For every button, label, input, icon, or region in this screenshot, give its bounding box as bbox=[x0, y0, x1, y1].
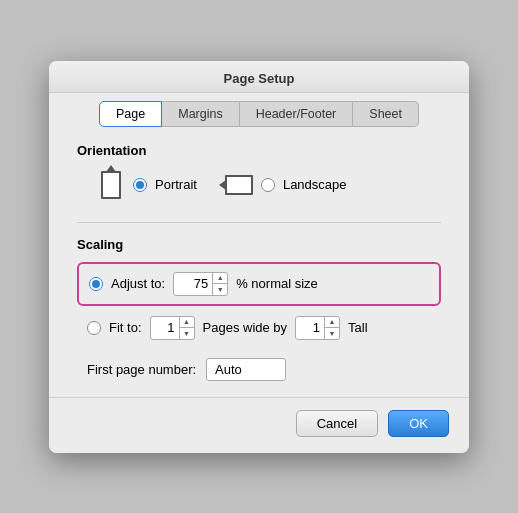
fit-tall-down-arrow[interactable]: ▼ bbox=[325, 328, 339, 339]
adjust-down-arrow[interactable]: ▼ bbox=[213, 284, 227, 295]
tab-sheet[interactable]: Sheet bbox=[353, 101, 419, 127]
first-page-label: First page number: bbox=[87, 362, 196, 377]
adjust-arrows: ▲ ▼ bbox=[212, 273, 227, 295]
scaling-adjust-box: Adjust to: ▲ ▼ % normal size bbox=[77, 262, 441, 306]
orientation-label: Orientation bbox=[77, 143, 441, 158]
adjust-spinner[interactable]: ▲ ▼ bbox=[173, 272, 228, 296]
adjust-radio[interactable] bbox=[89, 277, 103, 291]
cancel-button[interactable]: Cancel bbox=[296, 410, 378, 437]
first-page-row: First page number: bbox=[77, 358, 441, 381]
adjust-up-arrow[interactable]: ▲ bbox=[213, 273, 227, 285]
adjust-input[interactable] bbox=[174, 274, 212, 293]
adjust-radio-dot bbox=[92, 280, 100, 288]
orientation-options: Portrait Landscape bbox=[77, 168, 441, 202]
page-content: Orientation Portrait Landscape S bbox=[49, 127, 469, 397]
landscape-option[interactable]: Landscape bbox=[225, 168, 347, 202]
fit-wide-down-arrow[interactable]: ▼ bbox=[180, 328, 194, 339]
fit-label: Fit to: bbox=[109, 320, 142, 335]
page-setup-dialog: Page Setup Page Margins Header/Footer Sh… bbox=[49, 61, 469, 453]
fit-wide-input[interactable] bbox=[151, 318, 179, 337]
portrait-label: Portrait bbox=[155, 177, 197, 192]
tab-header-footer[interactable]: Header/Footer bbox=[240, 101, 354, 127]
ok-button[interactable]: OK bbox=[388, 410, 449, 437]
pages-wide-label: Pages wide by bbox=[203, 320, 288, 335]
fit-radio[interactable] bbox=[87, 321, 101, 335]
first-page-input[interactable] bbox=[206, 358, 286, 381]
fit-tall-up-arrow[interactable]: ▲ bbox=[325, 317, 339, 329]
tall-label: Tall bbox=[348, 320, 368, 335]
tab-page[interactable]: Page bbox=[99, 101, 162, 127]
landscape-radio[interactable] bbox=[261, 178, 275, 192]
portrait-icon-container bbox=[97, 168, 125, 202]
landscape-label: Landscape bbox=[283, 177, 347, 192]
fit-tall-spinner[interactable]: ▲ ▼ bbox=[295, 316, 340, 340]
portrait-option[interactable]: Portrait bbox=[97, 168, 197, 202]
scaling-label: Scaling bbox=[77, 237, 441, 252]
fit-row: Fit to: ▲ ▼ Pages wide by ▲ ▼ Tall bbox=[77, 316, 441, 340]
dialog-footer: Cancel OK bbox=[49, 397, 469, 453]
fit-wide-arrows: ▲ ▼ bbox=[179, 317, 194, 339]
dialog-title: Page Setup bbox=[49, 61, 469, 93]
adjust-row: Adjust to: ▲ ▼ % normal size bbox=[89, 272, 429, 296]
divider-1 bbox=[77, 222, 441, 223]
portrait-page-icon bbox=[101, 171, 121, 199]
landscape-icon-container bbox=[225, 168, 253, 202]
tab-bar: Page Margins Header/Footer Sheet bbox=[49, 93, 469, 127]
portrait-radio-dot bbox=[136, 181, 144, 189]
fit-tall-input[interactable] bbox=[296, 318, 324, 337]
landscape-page-icon bbox=[225, 175, 253, 195]
fit-tall-arrows: ▲ ▼ bbox=[324, 317, 339, 339]
fit-wide-up-arrow[interactable]: ▲ bbox=[180, 317, 194, 329]
tab-margins[interactable]: Margins bbox=[162, 101, 239, 127]
portrait-radio[interactable] bbox=[133, 178, 147, 192]
fit-wide-spinner[interactable]: ▲ ▼ bbox=[150, 316, 195, 340]
adjust-label: Adjust to: bbox=[111, 276, 165, 291]
adjust-suffix: % normal size bbox=[236, 276, 318, 291]
